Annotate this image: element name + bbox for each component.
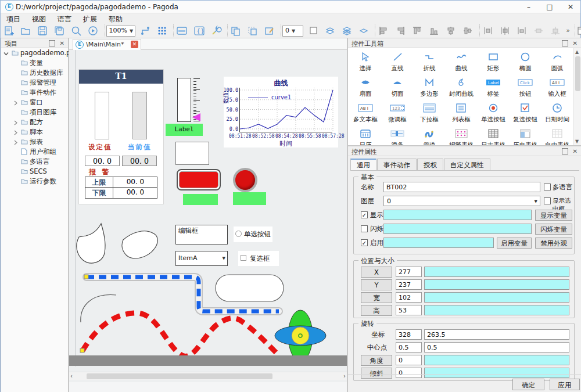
new-file-button[interactable] <box>2 25 16 37</box>
center-y-input[interactable]: 0.5 <box>424 342 569 353</box>
open-project-button[interactable] <box>19 25 33 37</box>
toolbox-item-ellipse[interactable]: 椭圆 <box>510 52 541 73</box>
toolbar-overflow[interactable]: » <box>566 25 571 34</box>
toolbox-item-spin[interactable]: 123微调框 <box>382 103 413 124</box>
y-button[interactable]: Y <box>361 279 392 290</box>
toolbox-item-closedcurve[interactable]: 封闭曲线 <box>446 77 477 98</box>
tree-chevron-icon[interactable] <box>13 149 19 154</box>
paste-button[interactable] <box>246 25 260 37</box>
toolbox-item-check[interactable]: 复选按钮 <box>510 103 541 124</box>
tree-item-报表[interactable]: 报表 <box>1 137 68 147</box>
toolbox-item-rect[interactable]: 矩形 <box>478 52 509 73</box>
window-preview-button[interactable] <box>576 25 581 37</box>
tree-chevron-icon[interactable] <box>13 129 19 135</box>
center-x-input[interactable]: 0.5 <box>396 342 422 353</box>
x-button[interactable]: X <box>361 267 392 278</box>
tree-chevron-icon[interactable] <box>13 99 19 105</box>
toolbox-item-freetable[interactable]: 自由表格 <box>541 128 573 145</box>
valve-flower-widget[interactable] <box>275 310 326 361</box>
pin-icon[interactable] <box>562 148 568 154</box>
tree-item-脚本[interactable]: 脚本 <box>1 127 68 137</box>
minimize-button[interactable]: – <box>519 1 539 13</box>
copy-button[interactable] <box>229 25 243 37</box>
center-vertical-button[interactable] <box>498 25 512 37</box>
align-vcenter-button[interactable] <box>461 25 475 37</box>
height-variable-field[interactable] <box>424 305 569 315</box>
center-both-button[interactable] <box>515 25 529 37</box>
pipe-start-handle[interactable] <box>80 348 84 353</box>
tree-item-报警管理[interactable]: 报警管理 <box>1 78 68 88</box>
toolbox-item-label[interactable]: Label标签 <box>478 77 509 98</box>
angle-input[interactable]: 0 <box>396 355 422 365</box>
props-tab-事件动作[interactable]: 事件动作 <box>377 159 417 170</box>
tree-chevron-icon[interactable] <box>13 89 19 95</box>
toolbox-item-calendar[interactable]: 日历 <box>350 128 381 145</box>
y-input[interactable]: 237 <box>396 279 422 290</box>
scroll-left-icon[interactable]: ‹ <box>70 373 73 379</box>
height-button[interactable]: 高 <box>361 305 392 316</box>
tree-chevron-icon[interactable] <box>13 178 19 184</box>
props-tab-授权[interactable]: 授权 <box>417 159 443 170</box>
zoom-select[interactable]: 100%▼ <box>106 26 136 37</box>
tree-chevron-icon[interactable] <box>13 109 19 115</box>
send-backward-button[interactable] <box>340 25 354 37</box>
blink-checkbox[interactable] <box>361 225 368 232</box>
menu-item-2[interactable]: 语言 <box>52 13 77 26</box>
toolbox-item-multitext[interactable]: AB I多文本框 <box>350 103 381 124</box>
toolbox-item-clock[interactable]: 日期时间 <box>541 103 573 124</box>
showsel-checkbox[interactable] <box>544 197 551 204</box>
show-variable-button[interactable]: 显示变量 <box>535 210 572 221</box>
layer-order-button[interactable] <box>357 25 371 37</box>
distribute-h-button[interactable] <box>532 25 546 37</box>
blink-variable-button[interactable]: 闪烁变量 <box>535 224 572 235</box>
close-panel-icon[interactable]: ✕ <box>60 40 64 46</box>
toolbox-item-logtable[interactable]: 日志表格 <box>478 128 509 145</box>
save-button[interactable] <box>35 25 49 37</box>
script-braces-button[interactable]: {} <box>192 25 206 37</box>
toolbox-item-listbox[interactable]: 列表框 <box>446 103 477 124</box>
toolbox-item-polyline[interactable]: 折线 <box>414 52 445 73</box>
toolbox-item-arc[interactable]: 圆弧 <box>541 52 573 73</box>
toolbox-item-cut[interactable]: 切面 <box>382 77 413 98</box>
toolbox-item-dropdown[interactable]: 下拉框 <box>414 103 445 124</box>
align-left-button[interactable] <box>376 25 390 37</box>
width-input[interactable]: 102 <box>396 292 422 303</box>
tree-chevron-icon[interactable] <box>13 70 19 75</box>
scroll-down-icon[interactable]: ▼ <box>575 139 579 144</box>
name-input[interactable]: BT002 <box>383 182 540 192</box>
window-settings-button[interactable] <box>175 25 189 37</box>
apply-button[interactable]: 应用 <box>550 379 580 390</box>
close-button[interactable]: ✕ <box>561 1 580 13</box>
enable-checkbox[interactable]: ✓ <box>361 239 368 246</box>
menu-item-3[interactable]: 扩展 <box>77 13 103 26</box>
toolbox-item-radio[interactable]: 单选按钮 <box>478 103 509 124</box>
angle-button[interactable]: 角度 <box>361 355 392 366</box>
pin-icon[interactable] <box>49 40 55 46</box>
maximize-button[interactable]: □ <box>540 1 560 13</box>
toolbox-item-histtable[interactable]: 历史表格 <box>510 128 541 145</box>
align-right-button[interactable] <box>394 25 408 37</box>
tree-chevron-icon[interactable] <box>13 60 19 66</box>
center-horizontal-button[interactable] <box>481 25 495 37</box>
tree-chevron-icon[interactable] <box>13 168 19 174</box>
x-variable-field[interactable] <box>424 267 569 277</box>
tree-item-SECS[interactable]: SECS <box>1 167 68 177</box>
toolbox-item-slider[interactable]: 滑条 <box>382 128 413 145</box>
scrollbar-thumb[interactable] <box>575 56 580 91</box>
bring-forward-button[interactable] <box>323 25 337 37</box>
pipe-start-handle[interactable] <box>84 275 88 279</box>
pin-icon[interactable] <box>562 40 568 46</box>
coord-x-input[interactable]: 328 <box>396 329 422 340</box>
save-all-button[interactable] <box>52 25 66 37</box>
search-button[interactable] <box>69 25 83 37</box>
menu-item-1[interactable]: 视图 <box>26 13 52 26</box>
toolbox-item-pipe[interactable]: 管道 <box>414 128 445 145</box>
toolbox-item-input[interactable]: All I输入框 <box>541 77 573 98</box>
red-pipe-widget[interactable] <box>83 313 277 356</box>
tree-item-运行参数[interactable]: 运行参数 <box>1 177 68 186</box>
tree-chevron-icon[interactable] <box>13 139 19 145</box>
tree-item-事件动作[interactable]: 事件动作 <box>1 88 68 98</box>
menu-item-4[interactable]: 帮助 <box>103 13 128 26</box>
horizontal-scrollbar[interactable]: ‹ › <box>69 372 347 380</box>
enable-variable-button[interactable]: 启用变量 <box>497 238 532 249</box>
